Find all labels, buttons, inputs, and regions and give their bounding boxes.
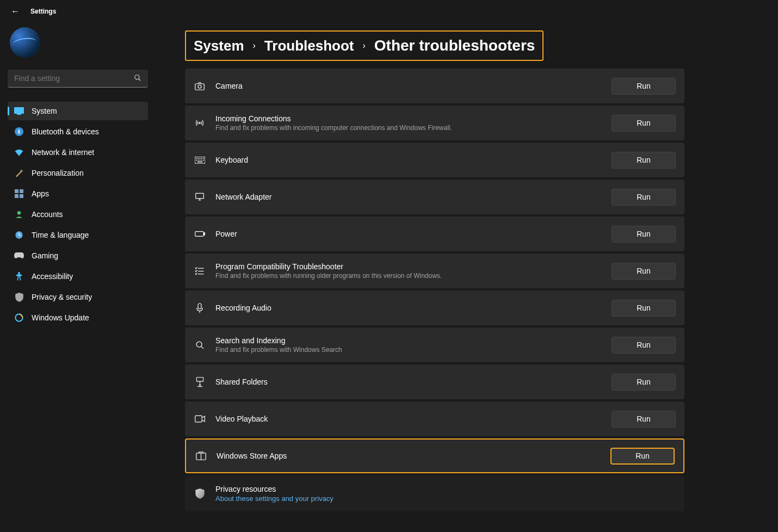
svg-rect-8: [15, 194, 18, 198]
svg-rect-23: [196, 159, 197, 160]
svg-rect-19: [197, 158, 199, 159]
sidebar-item-personalization[interactable]: Personalization: [8, 164, 148, 182]
keyboard-icon: [194, 157, 206, 164]
svg-point-0: [135, 75, 139, 79]
run-button[interactable]: Run: [612, 189, 676, 206]
card-title: Video Playback: [215, 415, 602, 423]
shield-icon: [14, 292, 24, 302]
troubleshooter-card-recording-audio: Recording Audio Run: [185, 290, 684, 325]
sidebar-item-update[interactable]: Windows Update: [8, 308, 148, 327]
sidebar-item-accessibility[interactable]: Accessibility: [8, 267, 148, 286]
svg-rect-27: [203, 159, 204, 160]
svg-point-16: [199, 122, 200, 123]
breadcrumb-troubleshoot[interactable]: Troubleshoot: [264, 38, 354, 54]
search-icon: [194, 341, 206, 350]
run-button[interactable]: Run: [612, 374, 676, 391]
troubleshooter-card-network-adapter: Network Adapter Run: [185, 180, 684, 214]
breadcrumb: System › Troubleshoot › Other troublesho…: [185, 30, 544, 61]
svg-line-1: [139, 79, 141, 81]
svg-rect-22: [203, 158, 204, 159]
troubleshooter-card-search: Search and Indexing Find and fix problem…: [185, 327, 684, 362]
svg-rect-7: [20, 189, 23, 193]
troubleshooter-card-power: Power Run: [185, 216, 684, 251]
sidebar-item-label: Personalization: [32, 169, 84, 177]
person-icon: [14, 209, 24, 219]
sidebar-item-gaming[interactable]: Gaming: [8, 246, 148, 265]
card-title: Network Adapter: [215, 193, 602, 201]
sidebar-item-label: Accounts: [32, 210, 63, 219]
svg-rect-33: [203, 233, 204, 235]
clock-icon: [14, 230, 24, 240]
svg-rect-26: [201, 159, 202, 160]
svg-point-12: [18, 272, 20, 274]
sidebar-item-bluetooth[interactable]: Bluetooth & devices: [8, 122, 148, 141]
troubleshooter-card-compat: Program Compatibility Troubleshooter Fin…: [185, 253, 684, 288]
run-button[interactable]: Run: [610, 448, 675, 465]
system-icon: [14, 106, 24, 116]
run-button[interactable]: Run: [612, 152, 676, 169]
card-title: Recording Audio: [215, 304, 602, 312]
svg-rect-32: [195, 232, 203, 237]
antenna-icon: [194, 118, 206, 128]
list-check-icon: [194, 267, 206, 276]
brush-icon: [14, 168, 24, 178]
sidebar-item-label: System: [32, 107, 57, 115]
svg-point-42: [199, 384, 201, 386]
bluetooth-icon: [14, 127, 24, 137]
titlebar: ← Settings: [0, 0, 778, 21]
troubleshooter-card-keyboard: Keyboard Run: [185, 143, 684, 177]
window-title: Settings: [30, 8, 56, 15]
store-icon: [195, 451, 207, 460]
sidebar-item-accounts[interactable]: Accounts: [8, 205, 148, 224]
apps-icon: [14, 189, 24, 199]
sidebar-item-apps[interactable]: Apps: [8, 184, 148, 203]
svg-rect-44: [195, 416, 201, 422]
svg-rect-29: [196, 193, 204, 198]
svg-point-38: [196, 342, 202, 347]
breadcrumb-system[interactable]: System: [194, 38, 244, 54]
sidebar-item-label: Apps: [32, 189, 49, 198]
sidebar-item-label: Time & language: [32, 231, 89, 239]
privacy-resources-card: Privacy resources About these settings a…: [185, 475, 684, 511]
run-button[interactable]: Run: [612, 337, 676, 354]
troubleshooter-card-camera: Camera Run: [185, 69, 684, 103]
svg-rect-2: [14, 107, 24, 114]
run-button[interactable]: Run: [612, 226, 676, 243]
svg-point-10: [17, 211, 21, 215]
card-title: Windows Store Apps: [217, 451, 601, 460]
sidebar-item-system[interactable]: System: [8, 102, 148, 120]
card-subtitle: Find and fix problems with Windows Searc…: [215, 346, 602, 354]
battery-icon: [194, 231, 206, 237]
svg-rect-21: [201, 158, 202, 159]
chevron-right-icon: ›: [363, 41, 366, 51]
search-icon: [134, 74, 141, 83]
back-icon[interactable]: ←: [11, 7, 20, 16]
sidebar-item-label: Accessibility: [32, 272, 73, 281]
svg-line-39: [201, 346, 203, 348]
troubleshooter-card-incoming: Incoming Connections Find and fix proble…: [185, 106, 684, 140]
shield-icon: [194, 488, 206, 499]
wifi-icon: [14, 147, 24, 157]
sidebar-item-label: Windows Update: [32, 313, 89, 322]
run-button[interactable]: Run: [612, 78, 676, 95]
sidebar-item-time[interactable]: Time & language: [8, 226, 148, 244]
svg-point-15: [198, 85, 201, 88]
run-button[interactable]: Run: [612, 411, 676, 428]
search-input[interactable]: [8, 70, 148, 88]
card-title: Keyboard: [215, 156, 602, 164]
camera-icon: [194, 82, 206, 90]
svg-rect-40: [196, 377, 203, 381]
breadcrumb-current: Other troubleshooters: [374, 37, 535, 54]
card-subtitle: Find and fix problems with incoming comp…: [215, 124, 602, 132]
avatar[interactable]: [10, 27, 40, 58]
svg-rect-9: [20, 194, 23, 198]
sidebar-item-network[interactable]: Network & internet: [8, 143, 148, 162]
video-icon: [194, 415, 206, 423]
troubleshooter-card-store-apps: Windows Store Apps Run: [185, 438, 684, 473]
run-button[interactable]: Run: [612, 300, 676, 317]
privacy-link[interactable]: About these settings and your privacy: [215, 494, 676, 503]
run-button[interactable]: Run: [612, 263, 676, 280]
main-content: System › Troubleshoot › Other troublesho…: [163, 21, 778, 532]
run-button[interactable]: Run: [612, 115, 676, 132]
sidebar-item-privacy[interactable]: Privacy & security: [8, 288, 148, 306]
